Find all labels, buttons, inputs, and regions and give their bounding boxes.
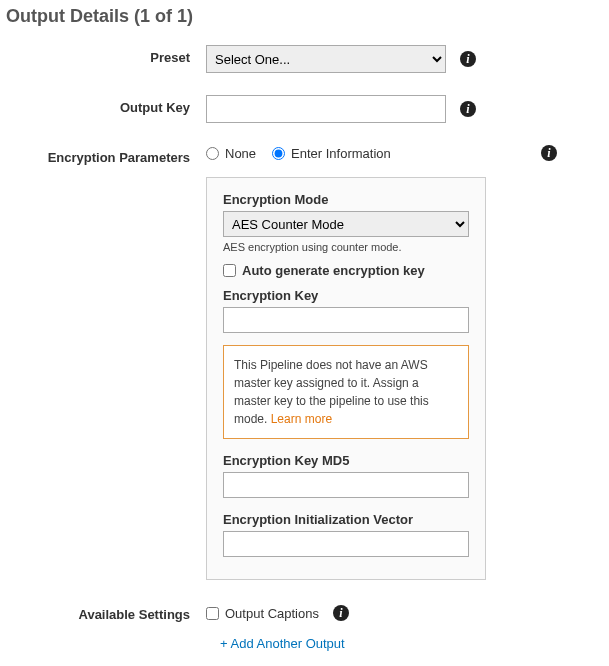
encryption-mode-select[interactable]: AES Counter Mode <box>223 211 469 237</box>
encryption-key-label: Encryption Key <box>223 288 469 303</box>
output-captions-label: Output Captions <box>225 606 319 621</box>
encryption-key-input[interactable] <box>223 307 469 333</box>
encryption-none-label: None <box>225 146 256 161</box>
encryption-panel: Encryption Mode AES Counter Mode AES enc… <box>206 177 486 580</box>
info-icon[interactable]: i <box>541 145 557 161</box>
preset-select[interactable]: Select One... <box>206 45 446 73</box>
encryption-mode-desc: AES encryption using counter mode. <box>223 241 469 253</box>
output-key-input[interactable] <box>206 95 446 123</box>
encryption-enter-label: Enter Information <box>291 146 391 161</box>
auto-generate-key-label: Auto generate encryption key <box>242 263 425 278</box>
add-another-output-link[interactable]: + Add Another Output <box>220 636 597 651</box>
info-icon[interactable]: i <box>460 51 476 67</box>
output-captions-checkbox[interactable] <box>206 607 219 620</box>
encryption-params-label: Encryption Parameters <box>6 145 206 165</box>
preset-label: Preset <box>6 45 206 65</box>
encryption-mode-label: Encryption Mode <box>223 192 469 207</box>
encryption-iv-input[interactable] <box>223 531 469 557</box>
info-icon[interactable]: i <box>460 101 476 117</box>
preset-row: Preset Select One... i <box>6 45 597 73</box>
output-key-row: Output Key i <box>6 95 597 123</box>
page-title: Output Details (1 of 1) <box>6 6 597 27</box>
warning-box: This Pipeline does not have an AWS maste… <box>223 345 469 439</box>
learn-more-link[interactable]: Learn more <box>271 412 332 426</box>
available-settings-row: Available Settings Output Captions i <box>6 602 597 622</box>
auto-generate-key-checkbox[interactable] <box>223 264 236 277</box>
encryption-key-md5-label: Encryption Key MD5 <box>223 453 469 468</box>
encryption-key-md5-input[interactable] <box>223 472 469 498</box>
encryption-params-row: Encryption Parameters None Enter Informa… <box>6 145 597 580</box>
available-settings-label: Available Settings <box>6 602 206 622</box>
encryption-none-radio[interactable] <box>206 147 219 160</box>
encryption-iv-label: Encryption Initialization Vector <box>223 512 469 527</box>
info-icon[interactable]: i <box>333 605 349 621</box>
encryption-enter-radio[interactable] <box>272 147 285 160</box>
output-key-label: Output Key <box>6 95 206 115</box>
